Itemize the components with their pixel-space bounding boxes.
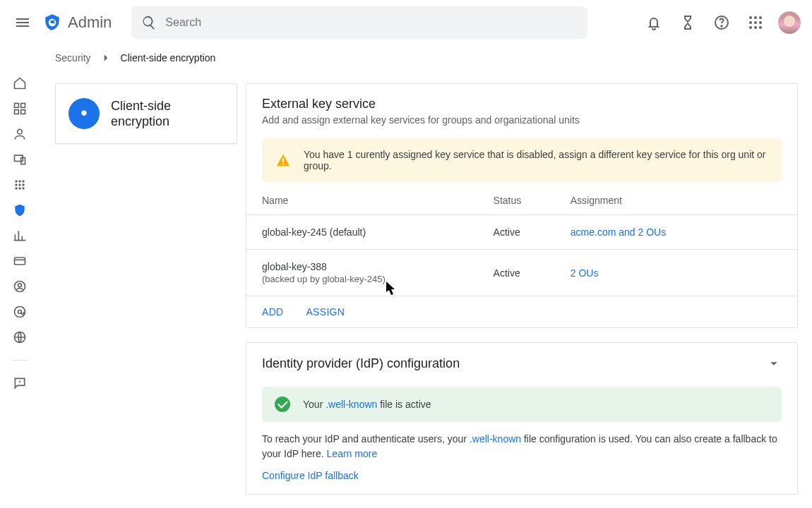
rail-dashboard-icon[interactable]	[6, 100, 34, 117]
svg-rect-12	[15, 104, 19, 108]
svg-point-8	[759, 21, 762, 24]
rail-apps-icon[interactable]	[6, 176, 34, 193]
eks-subtitle: Add and assign external key services for…	[262, 114, 782, 126]
rail-at-icon[interactable]	[6, 303, 34, 320]
rail-users-icon[interactable]	[6, 126, 34, 143]
svg-rect-15	[21, 110, 25, 114]
svg-point-3	[749, 16, 752, 19]
breadcrumb-parent[interactable]: Security	[55, 52, 91, 64]
svg-point-25	[15, 187, 17, 189]
idp-ok-banner: Your .well-known file is active	[262, 387, 782, 422]
rail-feedback-icon[interactable]	[6, 375, 34, 392]
assign-button[interactable]: ASSIGN	[306, 306, 345, 318]
learn-more-link[interactable]: Learn more	[327, 448, 378, 459]
svg-rect-36	[282, 158, 284, 162]
help-icon[interactable]	[705, 6, 739, 40]
assignment-link[interactable]: 2 OUs	[571, 267, 599, 279]
idp-description: To reach your IdP and authenticate users…	[246, 432, 797, 461]
add-button[interactable]: ADD	[262, 306, 283, 318]
svg-point-20	[18, 180, 20, 182]
configure-idp-fallback-link[interactable]: Configure IdP fallback	[246, 461, 374, 494]
svg-point-5	[759, 16, 762, 19]
svg-point-6	[749, 21, 752, 24]
svg-point-2	[721, 25, 722, 27]
assignment-link[interactable]: acme.com and 2 OUs	[571, 226, 666, 238]
check-circle-icon	[275, 397, 290, 412]
apps-grid-icon[interactable]	[739, 6, 772, 40]
chevron-right-icon	[100, 52, 112, 64]
svg-point-30	[18, 284, 22, 287]
breadcrumb-current: Client-side encryption	[121, 52, 216, 64]
eks-title: External key service	[262, 97, 782, 111]
svg-point-22	[15, 183, 17, 186]
warning-icon	[275, 152, 291, 168]
page-side-card: Client-side encryption	[55, 83, 237, 144]
table-row[interactable]: global-key-245 (default) Active acme.com…	[246, 215, 797, 250]
eks-warning-text: You have 1 curently assigned key service…	[304, 149, 768, 171]
app-logo-title[interactable]: Admin	[42, 13, 112, 32]
svg-point-7	[754, 21, 757, 24]
table-row[interactable]: global-key-388(backed up by global-key-2…	[246, 250, 797, 296]
side-card-title: Client-side encryption	[111, 98, 224, 130]
chevron-down-icon[interactable]	[766, 356, 782, 374]
account-avatar[interactable]	[778, 11, 801, 34]
svg-point-4	[754, 16, 757, 19]
rail-devices-icon[interactable]	[6, 151, 34, 168]
svg-point-11	[759, 26, 762, 29]
idp-banner-text: Your .well-known file is active	[303, 399, 431, 410]
svg-rect-14	[15, 110, 19, 114]
svg-point-23	[18, 183, 20, 186]
rail-security-icon[interactable]	[6, 202, 34, 219]
eks-panel: External key service Add and assign exte…	[246, 83, 798, 328]
search-bar[interactable]	[131, 6, 587, 39]
svg-point-26	[18, 187, 20, 189]
hourglass-icon[interactable]	[671, 6, 705, 40]
rail-home-icon[interactable]	[6, 75, 34, 92]
search-input[interactable]	[165, 16, 578, 29]
idp-panel: Identity provider (IdP) configuration Yo…	[246, 342, 798, 495]
svg-rect-37	[282, 164, 284, 165]
idp-title: Identity provider (IdP) configuration	[262, 356, 460, 371]
rail-reporting-icon[interactable]	[6, 227, 34, 244]
col-name: Name	[246, 186, 478, 215]
svg-point-24	[22, 183, 24, 186]
rail-globe-icon[interactable]	[6, 329, 34, 346]
col-status: Status	[478, 186, 555, 215]
breadcrumb: Security Client-side encryption	[0, 45, 812, 71]
hamburger-menu-icon[interactable]	[6, 6, 40, 40]
svg-rect-28	[15, 258, 25, 265]
col-assignment: Assignment	[555, 186, 797, 215]
svg-point-16	[18, 129, 23, 134]
rail-account-icon[interactable]	[6, 278, 34, 295]
svg-point-10	[754, 26, 757, 29]
svg-point-9	[749, 26, 752, 29]
eks-warning-banner: You have 1 curently assigned key service…	[262, 138, 782, 182]
nav-rail	[0, 71, 40, 508]
svg-rect-13	[21, 104, 25, 108]
search-icon	[141, 15, 157, 30]
app-title: Admin	[68, 13, 112, 32]
lock-shield-icon	[68, 98, 100, 129]
notifications-icon[interactable]	[637, 6, 671, 40]
svg-point-21	[22, 180, 24, 182]
svg-rect-35	[83, 113, 85, 116]
svg-point-27	[22, 187, 24, 189]
rail-billing-icon[interactable]	[6, 253, 34, 270]
admin-logo-icon	[42, 13, 62, 32]
svg-point-19	[15, 180, 17, 182]
eks-table: Name Status Assignment global-key-245 (d…	[246, 186, 797, 296]
